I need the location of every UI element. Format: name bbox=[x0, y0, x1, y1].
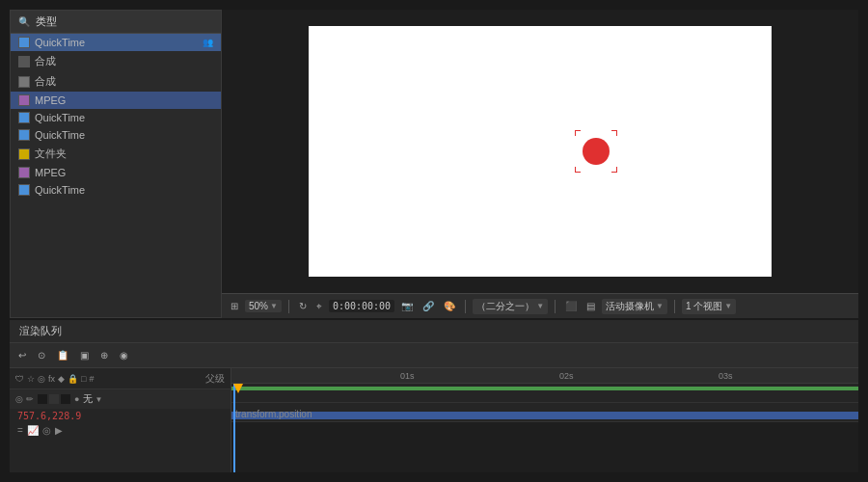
sidebar-item-quicktime-2[interactable]: QuickTime bbox=[11, 109, 221, 126]
icon-circle-dot: ◎ bbox=[42, 425, 51, 436]
item-color-box bbox=[18, 129, 30, 141]
timeline-toolbar: ↩ ⊙ 📋 ▣ ⊕ ◉ bbox=[10, 343, 858, 368]
timeline-layer-row: ◎ ✏ ● 无 ▼ bbox=[10, 389, 231, 409]
sidebar-item-mpeg-1[interactable]: MPEG bbox=[11, 92, 221, 109]
bottom-panel: 渲染队列 ↩ ⊙ 📋 ▣ ⊕ ◉ 🛡 ☆ bbox=[10, 318, 858, 472]
render-queue-title: 渲染队列 bbox=[19, 324, 62, 338]
item-color-box bbox=[18, 76, 30, 88]
ruler-mark-3s: 03s bbox=[719, 371, 733, 381]
toolbar-icon-btn-6[interactable]: ⬛ bbox=[562, 300, 580, 312]
sidebar-item-composite-1[interactable]: 合成 bbox=[11, 51, 221, 71]
coords-row: 757.6,228.9 bbox=[10, 409, 231, 423]
zoom-dropdown[interactable]: 50% ▼ bbox=[245, 300, 282, 312]
icon-label: □ bbox=[81, 374, 86, 384]
sep-4 bbox=[674, 300, 675, 313]
sidebar-item-composite-2[interactable]: 合成 bbox=[11, 71, 221, 92]
camera-value: 活动摄像机 bbox=[606, 300, 654, 313]
ruler-mark-2s: 02s bbox=[559, 371, 574, 381]
coords-display: 757.6,228.9 bbox=[17, 411, 81, 421]
toolbar-color-btn[interactable]: 🎨 bbox=[441, 300, 458, 312]
toolbar-icon-btn-5[interactable]: 🔗 bbox=[420, 300, 437, 312]
sidebar-list: QuickTime 👥 合成 合成 MPEG QuickT bbox=[11, 34, 221, 317]
corner-bl bbox=[575, 167, 581, 173]
timeline-left: 🛡 ☆ ◎ fx ◆ 🔒 □ # 父级 bbox=[10, 368, 231, 472]
item-label: QuickTime bbox=[35, 184, 85, 196]
tl-btn-1[interactable]: ↩ bbox=[15, 349, 29, 362]
timecode-display[interactable]: 0:00:00:00 bbox=[329, 300, 394, 312]
item-label: QuickTime bbox=[35, 129, 85, 141]
toolbar-icon-btn-4[interactable]: 📷 bbox=[398, 300, 416, 312]
none-chevron: ▼ bbox=[95, 395, 102, 404]
preview-toolbar: ⊞ 50% ▼ ↻ ⌖ 0:00:00:00 📷 🔗 🎨 （二分之一） ▼ bbox=[222, 293, 858, 318]
icon-star: ☆ bbox=[27, 374, 35, 384]
icon-play: ▶ bbox=[55, 425, 63, 436]
tl-btn-3[interactable]: 📋 bbox=[54, 349, 71, 362]
icon-eye: ◎ bbox=[38, 374, 45, 384]
sidebar-item-mpeg-2[interactable]: MPEG bbox=[11, 164, 221, 181]
none-dropdown[interactable]: 无 ▼ bbox=[83, 392, 102, 406]
icon-shield: 🛡 bbox=[15, 374, 24, 384]
item-label: QuickTime bbox=[35, 112, 85, 123]
corner-tr bbox=[611, 130, 617, 136]
tl-btn-5[interactable]: ⊕ bbox=[97, 349, 111, 362]
item-label: MPEG bbox=[35, 167, 66, 178]
corner-br bbox=[611, 167, 617, 173]
canvas-white bbox=[309, 26, 772, 277]
sidebar-title: 类型 bbox=[36, 14, 57, 29]
item-label: 合成 bbox=[35, 74, 56, 89]
views-chevron: ▼ bbox=[724, 302, 732, 310]
res-chevron: ▼ bbox=[536, 302, 544, 310]
tl-btn-4[interactable]: ▣ bbox=[77, 349, 92, 362]
red-dot bbox=[583, 138, 610, 165]
sep-3 bbox=[555, 300, 556, 313]
toolbar-icon-btn-3[interactable]: ⌖ bbox=[313, 300, 325, 313]
tl-btn-6[interactable]: ◉ bbox=[117, 349, 131, 362]
render-queue-header: 渲染队列 bbox=[10, 320, 858, 343]
timeline-track-2: transform.position bbox=[231, 403, 858, 422]
icon-motion: ◆ bbox=[58, 374, 65, 384]
transform-label: transform.position bbox=[235, 409, 312, 419]
item-label: 文件夹 bbox=[35, 147, 67, 161]
icon-dot: ● bbox=[74, 394, 79, 404]
swatch-3 bbox=[61, 394, 70, 404]
timeline-layer-controls: 🛡 ☆ ◎ fx ◆ 🔒 □ # 父级 bbox=[10, 368, 231, 389]
sidebar-item-quicktime-4[interactable]: QuickTime bbox=[11, 181, 221, 199]
sidebar-item-quicktime-3[interactable]: QuickTime bbox=[11, 126, 221, 144]
icon-chart: 📈 bbox=[27, 425, 39, 436]
timeline-area: ↩ ⊙ 📋 ▣ ⊕ ◉ 🛡 ☆ ◎ fx bbox=[10, 343, 858, 472]
zoom-chevron: ▼ bbox=[270, 302, 278, 310]
track-bar-blue bbox=[231, 412, 858, 419]
corner-tl bbox=[575, 130, 581, 136]
item-color-box bbox=[18, 94, 30, 106]
toolbar-icon-btn-7[interactable]: ▤ bbox=[583, 300, 598, 312]
tl-btn-2[interactable]: ⊙ bbox=[35, 349, 48, 362]
swatch-1 bbox=[38, 394, 47, 404]
item-color-box bbox=[18, 56, 30, 67]
sublevel-label: 父级 bbox=[205, 372, 225, 386]
resolution-dropdown[interactable]: （二分之一） ▼ bbox=[473, 299, 548, 314]
icon-fx: fx bbox=[48, 374, 55, 384]
playhead[interactable] bbox=[233, 384, 235, 472]
main-panel: 🔍 类型 QuickTime 👥 合成 合成 bbox=[10, 10, 858, 318]
swatch-2 bbox=[49, 394, 59, 404]
sidebar-header-icon: 🔍 bbox=[18, 16, 30, 27]
bottom-controls-row: = 📈 ◎ ▶ bbox=[10, 423, 231, 438]
toolbar-icon-btn-2[interactable]: ↻ bbox=[296, 300, 310, 312]
toolbar-icon-btn-1[interactable]: ⊞ bbox=[228, 300, 241, 312]
item-color-box bbox=[18, 112, 30, 123]
camera-dropdown[interactable]: 活动摄像机 ▼ bbox=[602, 299, 667, 314]
sidebar-item-quicktime-1[interactable]: QuickTime 👥 bbox=[11, 34, 221, 51]
sidebar-header: 🔍 类型 bbox=[11, 11, 221, 34]
item-extra-icon: 👥 bbox=[203, 38, 213, 47]
none-label: 无 bbox=[83, 392, 93, 406]
item-color-box bbox=[18, 184, 30, 196]
icon-lock: 🔒 bbox=[68, 374, 78, 384]
views-dropdown[interactable]: 1 个视图 ▼ bbox=[682, 299, 736, 314]
views-value: 1 个视图 bbox=[686, 300, 722, 313]
timeline-right: 01s 02s 03s bbox=[231, 368, 858, 472]
item-color-box bbox=[18, 148, 30, 160]
zoom-value: 50% bbox=[249, 301, 268, 311]
timeline-ruler: 01s 02s 03s bbox=[231, 368, 858, 384]
sidebar-item-folder[interactable]: 文件夹 bbox=[11, 144, 221, 164]
icon-solo: ◎ bbox=[15, 394, 23, 404]
